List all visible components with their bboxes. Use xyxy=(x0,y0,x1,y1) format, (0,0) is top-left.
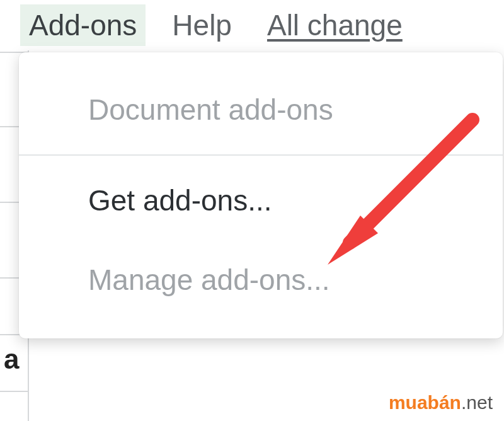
menu-divider xyxy=(19,154,503,156)
menu-item-document-addons: Document add-ons xyxy=(19,70,503,149)
cell-content: a xyxy=(4,343,18,375)
grid-line xyxy=(0,391,29,392)
watermark: muabán.net xyxy=(389,392,493,413)
addons-dropdown: Document add-ons Get add-ons... Manage a… xyxy=(19,52,503,338)
menu-item-get-addons[interactable]: Get add-ons... xyxy=(19,161,503,240)
menu-help[interactable]: Help xyxy=(163,4,241,46)
menu-item-manage-addons[interactable]: Manage add-ons... xyxy=(19,240,503,320)
watermark-tld: .net xyxy=(461,392,493,413)
save-status[interactable]: All change xyxy=(258,4,411,46)
menu-bar: Add-ons Help All change xyxy=(0,0,504,50)
watermark-brand: muabán xyxy=(389,392,461,413)
menu-addons[interactable]: Add-ons xyxy=(20,4,146,46)
